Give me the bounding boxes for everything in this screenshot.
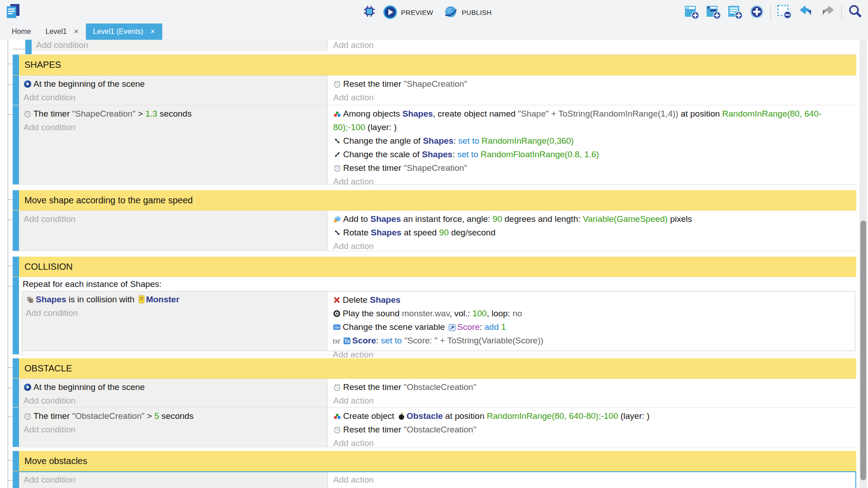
event-row-clipped[interactable]: Add condition Add action (13, 40, 856, 55)
event-handle[interactable] (13, 105, 19, 184)
add-action-button[interactable]: Add action (333, 394, 853, 408)
condition-scene-start[interactable]: At the beginning of the scene (24, 77, 324, 91)
add-action-button[interactable]: Add action (333, 436, 853, 450)
action-reset-timer[interactable]: Reset the timer "ShapeCreation" (333, 161, 853, 175)
event-handle[interactable] (13, 277, 19, 354)
search-button[interactable] (847, 4, 863, 22)
group-header-move-obstacles[interactable]: Move obstacles (13, 451, 856, 471)
event-row-obstacle-begin[interactable]: At the beginning of the scene Add condit… (13, 379, 856, 408)
conditions-column: The timer "ObstacleCreation" > 5 seconds… (19, 408, 328, 447)
add-action-button[interactable]: Add action (333, 40, 853, 52)
collision-icon (26, 296, 34, 304)
event-handle[interactable] (13, 408, 19, 447)
add-action-button[interactable]: Add action (333, 473, 853, 487)
add-condition-button[interactable]: Add condition (26, 306, 324, 320)
action-play-sound[interactable]: Play the sound monster.wav, vol.: 100, l… (333, 307, 851, 320)
scene-start-icon (24, 80, 32, 88)
conditions-column: The timer "ShapeCreation" > 1.3 seconds … (19, 105, 328, 184)
scene-variable-icon (448, 324, 456, 331)
action-delete[interactable]: Delete Shapes (333, 293, 851, 307)
action-reset-timer[interactable]: Reset the timer "ShapeCreation" (333, 77, 853, 91)
add-action-button[interactable]: Add action (333, 239, 853, 253)
add-subevent-button[interactable] (705, 4, 722, 22)
delete-icon (333, 296, 341, 304)
add-comment-button[interactable] (727, 4, 743, 22)
group-label: Move shape according to the game speed (19, 190, 193, 210)
conditions-column: Shapes is in collision with Monster Add … (22, 291, 327, 351)
undo-button[interactable] (798, 4, 814, 22)
condition-collision[interactable]: Shapes is in collision with Monster (26, 293, 324, 306)
group-label: Move obstacles (19, 451, 87, 471)
event-handle[interactable] (13, 75, 19, 105)
foreach-header[interactable]: Repeat for each instance of Shapes: (19, 277, 855, 291)
action-create-object[interactable]: Create object Obstacle at position Rando… (333, 409, 853, 423)
group-label: COLLISION (19, 257, 73, 277)
add-condition-button[interactable]: Add condition (24, 121, 324, 134)
tab-home[interactable]: Home (5, 23, 38, 40)
conditions-column: Add condition (19, 211, 328, 251)
action-rotate[interactable]: Rotate Shapes at speed 90 deg/second (333, 226, 853, 239)
add-condition-button[interactable]: Add condition (24, 423, 324, 436)
condition-scene-start[interactable]: At the beginning of the scene (24, 380, 324, 394)
event-handle[interactable] (25, 40, 32, 54)
add-action-button[interactable]: Add action (333, 175, 853, 188)
close-icon[interactable]: × (151, 27, 155, 36)
debugger-button[interactable] (362, 4, 377, 21)
event-handle[interactable] (13, 379, 19, 407)
monster-thumbnail-icon (138, 295, 145, 304)
add-condition-button[interactable]: Add condition (24, 91, 324, 104)
action-reset-timer[interactable]: Reset the timer "ObstacleCreation" (333, 423, 853, 436)
close-icon[interactable]: × (74, 27, 79, 36)
scrollbar-thumb[interactable] (860, 221, 866, 480)
add-condition-button[interactable]: Add condition (24, 212, 324, 226)
action-change-text[interactable]: txt Tx Score: set to "Score: " + ToStrin… (333, 334, 851, 348)
sound-icon (333, 310, 341, 318)
actions-column: Add to Shapes an instant force, angle: 9… (328, 211, 856, 251)
add-event-button[interactable] (684, 4, 700, 22)
action-reset-timer[interactable]: Reset the timer "ObstacleCreation" (333, 380, 853, 394)
top-toolbar: PREVIEW PUBLISH (0, 0, 868, 23)
event-row-obstacle-timer[interactable]: The timer "ObstacleCreation" > 5 seconds… (13, 408, 856, 447)
action-create-object[interactable]: Among objects Shapes, create object name… (333, 107, 853, 134)
create-object-icon (333, 110, 341, 118)
conditions-column[interactable]: Add condition (32, 40, 328, 51)
add-condition-button[interactable]: Add condition (24, 394, 324, 408)
preview-play-icon (382, 5, 398, 20)
group-header-move-shape[interactable]: Move shape according to the game speed (13, 190, 856, 211)
delete-selection-button[interactable] (776, 4, 793, 22)
preview-label: PREVIEW (401, 9, 433, 16)
publish-button[interactable]: PUBLISH (441, 4, 496, 21)
vertical-scrollbar[interactable] (859, 40, 867, 488)
event-row-move-shape[interactable]: Add condition Add to Shapes an instant f… (13, 211, 856, 251)
preview-button[interactable]: PREVIEW (381, 4, 438, 21)
add-more-button[interactable] (749, 4, 765, 22)
group-header-obstacle[interactable]: OBSTACLE (13, 358, 856, 379)
event-row-shapes-timer[interactable]: The timer "ShapeCreation" > 1.3 seconds … (13, 105, 856, 185)
add-condition-button[interactable]: Add condition (24, 473, 324, 487)
scene-start-icon (24, 383, 32, 391)
add-action-button[interactable]: Add action (333, 91, 853, 104)
text-object-icon: Tx (343, 337, 351, 345)
group-header-shapes[interactable]: SHAPES (13, 55, 856, 75)
action-change-scale[interactable]: Change the scale of Shapes: set to Rando… (333, 148, 853, 161)
conditions-column: At the beginning of the scene Add condit… (19, 379, 328, 407)
condition-timer[interactable]: The timer "ShapeCreation" > 1.3 seconds (24, 107, 324, 121)
event-handle[interactable] (13, 211, 19, 251)
add-condition-button[interactable]: Add condition (36, 40, 324, 52)
action-change-angle[interactable]: Change the angle of Shapes: set to Rando… (333, 134, 853, 148)
event-row-foreach[interactable]: Repeat for each instance of Shapes: Shap… (13, 277, 856, 355)
action-change-variable[interactable]: Var Change the scene variable Score: add… (333, 320, 851, 334)
group-header-collision[interactable]: COLLISION (13, 257, 856, 277)
project-manager-icon (5, 3, 22, 20)
action-add-force[interactable]: Add to Shapes an instant force, angle: 9… (333, 212, 853, 226)
tab-level1[interactable]: Level1 × (38, 23, 86, 40)
tab-level1-label: Level1 (46, 28, 67, 36)
event-row-shapes-begin[interactable]: At the beginning of the scene Add condit… (13, 75, 856, 105)
project-manager-button[interactable] (5, 3, 24, 20)
event-handle[interactable] (13, 471, 19, 488)
redo-button[interactable] (820, 4, 836, 22)
condition-timer[interactable]: The timer "ObstacleCreation" > 5 seconds (24, 409, 324, 423)
event-row-selected-empty[interactable]: Add condition Add action (13, 471, 856, 488)
actions-column[interactable]: Add action (328, 40, 856, 51)
tab-level1-events[interactable]: Level1 (Events) × (86, 23, 162, 40)
